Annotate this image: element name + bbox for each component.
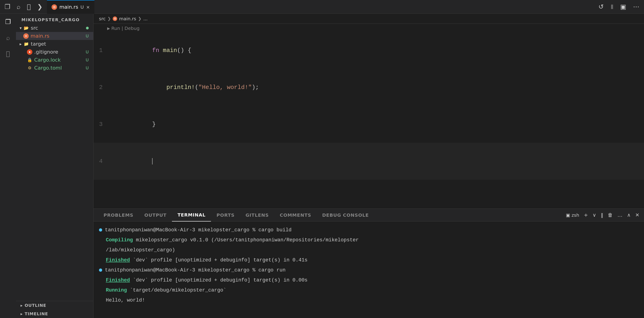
activity-search-icon[interactable]: ⌕ [2, 32, 14, 43]
terminal-text-4: Finished `dev` profile [unoptimized + de… [106, 255, 638, 265]
terminal-text-6: Finished `dev` profile [unoptimized + de… [106, 275, 638, 286]
tab-main-rs[interactable]: ⚙ main.rs U × [47, 0, 94, 14]
tab-modified-marker: U [80, 4, 84, 10]
tab-output[interactable]: OUTPUT [139, 209, 172, 222]
line-content-4 [107, 143, 644, 180]
target-label: target [31, 41, 89, 47]
rust-file-icon: ⚙ [23, 33, 29, 39]
terminal-content[interactable]: tanitphonpaniwan@MacBook-Air-3 mikelopst… [94, 222, 644, 318]
finished-text-2: `dev` profile [unoptimized + debuginfo] … [133, 278, 308, 283]
string-hello: "Hello, world!" [198, 84, 252, 91]
println-macro: println! [166, 84, 195, 91]
folder-icon: 📂 [24, 25, 29, 31]
timeline-label: TIMELINE [25, 312, 48, 316]
text-cursor [152, 158, 152, 164]
add-terminal-button[interactable]: + [584, 212, 588, 218]
layout-icon[interactable]: ▣ [620, 3, 626, 10]
src-label: src [31, 25, 84, 31]
chevron-right-outline: ▸ [20, 303, 23, 308]
sidebar-item-src[interactable]: ▾ 📂 src [16, 24, 93, 32]
collapse-panel-icon[interactable]: ∧ [627, 212, 630, 218]
code-editor[interactable]: ▶ Run | Debug 1 fn main() { 2 println!("… [94, 24, 644, 208]
prompt-dot-2 [99, 268, 102, 272]
main-rs-modified: U [86, 34, 89, 38]
compiling-label: Compiling [106, 237, 133, 243]
chevron-down-icon[interactable]: ❯ [37, 3, 42, 10]
tab-debug-console[interactable]: DEBUG CONSOLE [317, 209, 374, 222]
sidebar-item-target[interactable]: ▸ 📁 target [16, 40, 93, 48]
fn-name-main: main [163, 47, 177, 54]
line-number-4: 4 [94, 155, 107, 168]
terminal-text-3: /lab/mikelopster_cargo) [106, 245, 638, 255]
line-content-3: } [107, 106, 644, 143]
cargo-lock-modified: U [86, 58, 89, 62]
running-text: `target/debug/mikelopster_cargo` [130, 288, 226, 293]
activity-git-icon[interactable]:  [2, 48, 14, 59]
chevron-terminal-icon[interactable]: ∨ [592, 212, 596, 218]
continuation-text: /lab/mikelopster_cargo) [106, 247, 175, 253]
outline-label: OUTLINE [25, 303, 46, 308]
sidebar-item-main-rs[interactable]: ⚙ main.rs U [16, 32, 93, 40]
tab-filename: main.rs [59, 4, 78, 10]
more-terminal-icon[interactable]: … [617, 212, 622, 218]
target-folder-icon: 📁 [24, 41, 29, 47]
keyword-fn: fn [152, 47, 159, 54]
chevron-right-timeline: ▸ [20, 312, 23, 316]
terminal-line-7: Running `target/debug/mikelopster_cargo` [99, 286, 638, 296]
terminal-controls: ▣ zsh + ∨ ‖ 🗑 … ∧ ✕ [566, 212, 640, 218]
activity-bar: ❐ ⌕  [0, 14, 16, 318]
terminal-line-1: tanitphonpaniwan@MacBook-Air-3 mikelopst… [99, 225, 638, 235]
code-line-1: 1 fn main() { [94, 32, 644, 69]
line-content-2: println!("Hello, world!"); [107, 69, 644, 106]
sidebar-item-gitignore[interactable]: ◆ .gitignore U [16, 48, 93, 56]
project-title: MIKELOPSTER_CARGO [16, 14, 93, 24]
more-actions-icon[interactable]: ⋯ [633, 3, 640, 10]
gitignore-label: .gitignore [34, 49, 84, 55]
terminal-shell-icon: ▣ zsh [566, 212, 579, 218]
activity-bar-top: ❐ ⌕  ❯ [4, 3, 42, 10]
shell-label: zsh [572, 212, 579, 218]
copy-icon[interactable]: ❐ [4, 3, 10, 10]
delete-terminal-icon[interactable]: 🗑 [608, 212, 613, 218]
tab-problems[interactable]: PROBLEMS [98, 209, 139, 222]
tab-bar: ⚙ main.rs U × [47, 0, 94, 14]
cargo-toml-icon: ⚙ [27, 65, 32, 71]
history-icon[interactable]: ↺ [598, 3, 604, 10]
breadcrumb-sep2: ❯ [138, 16, 142, 21]
tab-terminal[interactable]: TERMINAL [172, 209, 211, 222]
cargo-lock-label: Cargo.lock [34, 57, 84, 63]
code-line-2: 2 println!("Hello, world!"); [94, 69, 644, 106]
paren: () { [177, 47, 191, 54]
main-rs-label: main.rs [30, 33, 84, 39]
sidebar-item-cargo-toml[interactable]: ⚙ Cargo.toml U [16, 64, 93, 72]
terminal-text-8: Hello, world! [106, 296, 638, 306]
modified-dot [86, 27, 89, 30]
tab-ports[interactable]: PORTS [211, 209, 240, 222]
search-icon[interactable]: ⌕ [17, 3, 20, 10]
line-content-1: fn main() { [107, 32, 644, 69]
activity-explorer-icon[interactable]: ❐ [2, 16, 14, 27]
sidebar-item-cargo-lock[interactable]: 🔒 Cargo.lock U [16, 56, 93, 64]
chevron-right-icon: ▸ [20, 42, 22, 46]
titlebar-right-controls: ↺ ⦀ ▣ ⋯ [598, 3, 640, 11]
editor-area: src ❯ ⚙ main.rs ❯ ... ▶ Run | Debug 1 fn… [94, 14, 644, 318]
space [159, 47, 163, 54]
git-icon[interactable]:  [27, 3, 31, 10]
run-debug-bar[interactable]: ▶ Run | Debug [94, 24, 644, 32]
terminal-line-6: Finished `dev` profile [unoptimized + de… [99, 275, 638, 286]
tab-close-button[interactable]: × [86, 4, 90, 10]
breadcrumb-ellipsis: ... [143, 16, 148, 22]
outline-section[interactable]: ▸ OUTLINE [16, 301, 93, 310]
close-brace: } [152, 121, 156, 128]
split-terminal-icon[interactable]: ‖ [601, 212, 603, 218]
split-editor-icon[interactable]: ⦀ [611, 3, 614, 11]
running-label: Running [106, 288, 127, 293]
lock-icon: 🔒 [27, 57, 32, 63]
code-line-3: 3 } [94, 106, 644, 143]
finished-label-1: Finished [106, 257, 130, 263]
terminal-text-5: tanitphonpaniwan@MacBook-Air-3 mikelopst… [105, 265, 638, 275]
timeline-section[interactable]: ▸ TIMELINE [16, 310, 93, 318]
tab-gitlens[interactable]: GITLENS [240, 209, 274, 222]
close-panel-icon[interactable]: ✕ [635, 212, 640, 218]
tab-comments[interactable]: COMMENTS [274, 209, 317, 222]
